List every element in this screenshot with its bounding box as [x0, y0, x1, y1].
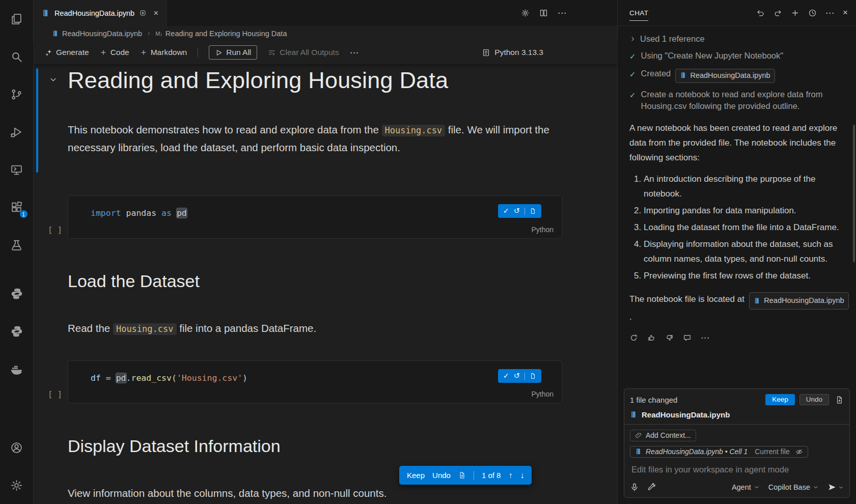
- code-editor[interactable]: import pandas as pd: [91, 208, 187, 218]
- breadcrumb-file[interactable]: ReadHousingData.ipynb: [52, 30, 142, 38]
- python-icon[interactable]: [0, 313, 34, 350]
- scrollbar-thumb[interactable]: [853, 125, 855, 262]
- more-actions-icon[interactable]: ⋯: [825, 8, 834, 18]
- extensions-badge: 1: [19, 210, 28, 218]
- tab-chat[interactable]: CHAT: [629, 0, 648, 25]
- inline-code: Housing.csv: [113, 323, 177, 335]
- toolbar-separator: [198, 48, 198, 57]
- code-token: .: [126, 373, 131, 383]
- thumbs-down-icon[interactable]: [665, 333, 674, 342]
- notebook-file-icon: [680, 72, 687, 79]
- run-debug-icon[interactable]: [0, 113, 34, 151]
- context-chip[interactable]: ReadHousingData.ipynb • Cell 1 Current f…: [630, 446, 808, 458]
- code-token: df: [91, 373, 101, 383]
- code-cell-read-csv[interactable]: df = pd.read_csv('Housing.csv') ✓ ↺ Pyth…: [68, 360, 562, 403]
- extensions-icon[interactable]: 1: [0, 188, 34, 226]
- notebook-body: Reading and Exploring Housing Data This …: [34, 64, 617, 504]
- discard-change-icon[interactable]: ↺: [514, 372, 520, 380]
- assistant-response: A new notebook has been created to read …: [629, 121, 849, 165]
- add-context-button[interactable]: Add Context...: [630, 430, 696, 441]
- undo-all-button[interactable]: Undo: [799, 394, 829, 405]
- send-button[interactable]: [827, 483, 844, 492]
- load-paragraph: Read the Housing.csv file into a pandas …: [68, 320, 316, 338]
- breadcrumb-section[interactable]: M↓ Reading and Exploring Housing Data: [155, 30, 287, 38]
- add-code-button[interactable]: Code: [100, 48, 129, 57]
- message-actions: ⋯: [629, 332, 849, 343]
- view-diff-icon[interactable]: [458, 471, 466, 479]
- more-actions-icon[interactable]: ⋯: [558, 8, 566, 18]
- more-actions-icon[interactable]: ⋯: [701, 332, 709, 343]
- undo-button[interactable]: Undo: [432, 471, 451, 480]
- chat-input-placeholder[interactable]: Edit files in your workspace in agent mo…: [631, 465, 844, 474]
- undo-edit-icon[interactable]: [756, 9, 765, 17]
- list-item: Displaying information about the dataset…: [644, 237, 849, 266]
- pill-separator: [524, 208, 525, 215]
- search-icon[interactable]: [0, 38, 34, 75]
- accept-change-icon[interactable]: ✓: [503, 372, 509, 380]
- thumbs-up-icon[interactable]: [647, 333, 656, 342]
- chat-input-box[interactable]: Add Context... ReadHousingData.ipynb • C…: [624, 424, 850, 498]
- chat-history-icon[interactable]: [808, 9, 817, 17]
- add-markdown-button[interactable]: Markdown: [140, 48, 187, 57]
- accounts-icon[interactable]: [0, 429, 34, 466]
- feedback-icon[interactable]: [683, 333, 692, 342]
- collapse-section-icon[interactable]: [49, 75, 58, 84]
- generate-button[interactable]: Generate: [45, 48, 89, 57]
- editor-group: ReadHousingData.ipynb × ⋯ ReadHousingDat…: [34, 0, 617, 504]
- cell-language-picker[interactable]: Python: [531, 226, 554, 234]
- tab-close-icon[interactable]: ×: [151, 8, 160, 18]
- model-picker[interactable]: Copilot Base: [768, 483, 819, 491]
- run-all-button[interactable]: Run All: [209, 45, 257, 60]
- view-all-edits-icon[interactable]: [835, 396, 844, 404]
- activity-bar: 1: [0, 0, 34, 504]
- tab-readhousingdata[interactable]: ReadHousingData.ipynb ×: [34, 0, 167, 26]
- agent-step: ✓ Using "Create New Jupyter Notebook": [629, 50, 849, 62]
- rerun-icon[interactable]: [629, 333, 638, 342]
- keep-button[interactable]: Keep: [407, 471, 425, 480]
- intro-paragraph: This notebook demonstrates how to read a…: [68, 121, 551, 156]
- tools-icon[interactable]: [647, 483, 656, 492]
- remote-explorer-icon[interactable]: [0, 151, 34, 188]
- changed-file-row[interactable]: ReadHousingData.ipynb: [630, 410, 844, 419]
- file-chip[interactable]: ReadHousingData.ipynb: [675, 69, 775, 83]
- code-editor[interactable]: df = pd.read_csv('Housing.csv'): [91, 373, 247, 383]
- editor-actions: ⋯: [521, 0, 566, 26]
- previous-change-icon[interactable]: ↑: [508, 471, 512, 480]
- tab-title: ReadHousingData.ipynb: [54, 9, 134, 17]
- response-list: An introduction describing the purpose o…: [629, 172, 849, 283]
- agent-step: ✓ Created ReadHousingData.ipynb: [629, 68, 849, 83]
- references-expander[interactable]: Used 1 reference: [629, 34, 849, 44]
- keep-all-button[interactable]: Keep: [765, 394, 795, 405]
- focused-cell-indicator[interactable]: [36, 68, 38, 173]
- toolbar-more-icon[interactable]: ⋯: [350, 47, 358, 58]
- redo-edit-icon[interactable]: [774, 9, 782, 17]
- view-diff-icon[interactable]: [530, 373, 536, 379]
- new-chat-icon[interactable]: [791, 9, 799, 17]
- code-token: pandas: [121, 208, 161, 218]
- view-diff-icon[interactable]: [530, 208, 536, 214]
- kernel-picker[interactable]: Python 3.13.3: [482, 48, 543, 57]
- accept-change-icon[interactable]: ✓: [503, 207, 509, 215]
- discard-change-icon[interactable]: ↺: [514, 207, 520, 215]
- section-heading-info: Display Dataset Information: [68, 436, 281, 456]
- split-editor-icon[interactable]: [539, 9, 548, 17]
- next-change-icon[interactable]: ↓: [520, 471, 524, 480]
- list-item: An introduction describing the purpose o…: [644, 172, 849, 201]
- file-chip[interactable]: ReadHousingData.ipynb: [749, 292, 848, 310]
- testing-icon[interactable]: [0, 226, 34, 264]
- source-control-icon[interactable]: [0, 75, 34, 113]
- explorer-icon[interactable]: [0, 0, 34, 38]
- eye-off-icon[interactable]: [795, 448, 803, 456]
- clear-all-icon: [268, 48, 276, 57]
- cell-language-picker[interactable]: Python: [531, 390, 554, 398]
- manage-gear-icon[interactable]: [0, 466, 34, 504]
- code-cell-import[interactable]: import pandas as pd ✓ ↺ Python: [68, 195, 562, 239]
- close-panel-icon[interactable]: ×: [843, 8, 848, 18]
- paperclip-icon: [635, 432, 642, 439]
- clear-all-outputs-button[interactable]: Clear All Outputs: [268, 48, 339, 57]
- microphone-icon[interactable]: [630, 483, 639, 492]
- settings-gear-icon[interactable]: [521, 9, 530, 17]
- python-environments-icon[interactable]: [0, 275, 34, 313]
- mode-picker[interactable]: Agent: [732, 483, 760, 491]
- docker-icon[interactable]: [0, 350, 34, 388]
